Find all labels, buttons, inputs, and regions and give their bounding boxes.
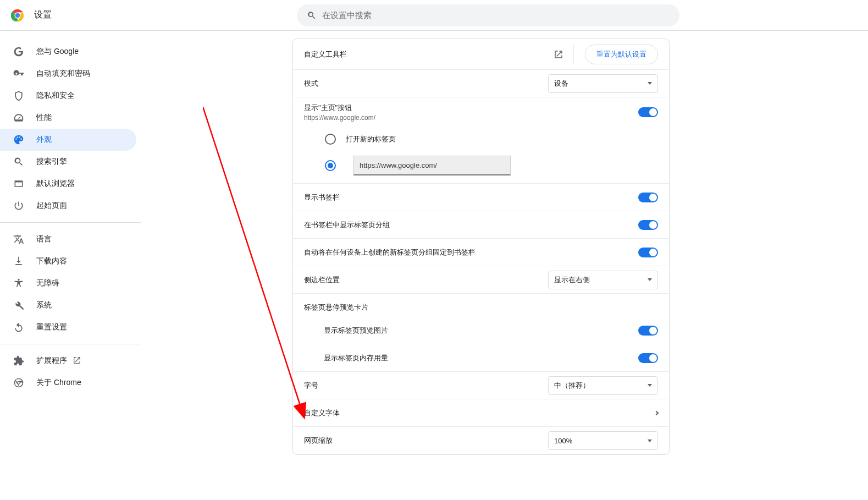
row-label: 模式: [304, 79, 318, 89]
sidebar-item-label: 系统: [36, 300, 52, 310]
dropdown-value: 设备: [554, 79, 568, 89]
extension-icon: [13, 355, 24, 366]
sidebar-item-on-startup[interactable]: 起始页面: [0, 195, 136, 217]
search-bar[interactable]: [297, 4, 679, 26]
sidebar-divider: [0, 222, 141, 223]
row-auto-pin-groups: 自动将在任何设备上创建的新标签页分组固定到书签栏: [293, 239, 669, 266]
sidebar-item-default-browser[interactable]: 默认浏览器: [0, 173, 136, 195]
auto-pin-toggle[interactable]: [638, 248, 658, 257]
reset-button[interactable]: 重置为默认设置: [585, 45, 658, 64]
row-hover-preview-image: 显示标签页预览图片: [293, 317, 669, 344]
page-title: 设置: [34, 9, 52, 21]
sidebar-item-privacy[interactable]: 隐私和安全: [0, 85, 136, 107]
sidebar-item-performance[interactable]: 性能: [0, 107, 136, 129]
sidebar-item-search-engine[interactable]: 搜索引擎: [0, 151, 136, 173]
chevron-down-icon: [648, 384, 652, 387]
radio-icon: [325, 160, 336, 171]
row-font-size: 字号 中（推荐）: [293, 372, 669, 399]
row-sublabel: https://www.google.com/: [304, 114, 375, 122]
row-label: 显示书签栏: [304, 193, 340, 202]
row-label: 侧边栏位置: [304, 275, 340, 285]
font-size-dropdown[interactable]: 中（推荐）: [548, 376, 658, 395]
dropdown-value: 100%: [554, 437, 572, 445]
radio-new-tab[interactable]: 打开新的标签页: [293, 126, 669, 152]
row-label: 自定义字体: [304, 408, 340, 418]
radio-label: 打开新的标签页: [346, 134, 396, 144]
open-in-new-icon: [73, 356, 81, 366]
hover-memory-toggle[interactable]: [638, 353, 658, 363]
sidebar-item-label: 默认浏览器: [36, 179, 75, 189]
chevron-right-icon: [654, 410, 659, 415]
sidebar-item-label: 性能: [36, 113, 52, 123]
sidebar-item-label: 无障碍: [36, 278, 59, 288]
sidebar-divider: [0, 344, 141, 344]
row-label: 网页缩放: [304, 436, 333, 446]
open-in-new-icon[interactable]: [544, 45, 574, 64]
row-label: 字号: [304, 381, 318, 391]
shield-icon: [13, 90, 24, 101]
sidebar-item-accessibility[interactable]: 无障碍: [0, 272, 136, 294]
sidebar-item-label: 隐私和安全: [36, 91, 75, 101]
row-label: 自动将在任何设备上创建的新标签页分组固定到书签栏: [304, 248, 476, 257]
sidebar-item-label: 关于 Chrome: [36, 378, 81, 388]
radio-custom-url[interactable]: [293, 152, 669, 184]
sidebar-item-label: 您与 Google: [36, 47, 79, 57]
page-zoom-dropdown[interactable]: 100%: [548, 431, 658, 450]
translate-icon: [13, 234, 24, 245]
svg-point-2: [15, 13, 20, 18]
sidebar-item-extensions[interactable]: 扩展程序: [0, 350, 136, 372]
sidebar-item-label: 外观: [36, 135, 52, 145]
home-button-toggle[interactable]: [638, 107, 658, 117]
dropdown-value: 显示在右侧: [554, 275, 590, 285]
chevron-down-icon: [648, 82, 652, 85]
row-label: 显示"主页"按钮: [304, 103, 375, 113]
row-page-zoom: 网页缩放 100%: [293, 427, 669, 454]
sidebar-item-reset[interactable]: 重置设置: [0, 316, 136, 338]
row-label: 在书签栏中显示标签页分组: [304, 220, 390, 230]
home-url-input[interactable]: [353, 156, 511, 175]
sidebar-item-system[interactable]: 系统: [0, 294, 136, 316]
settings-card: 自定义工具栏 重置为默认设置 模式 设备 显示"主页"按钮 https://ww…: [292, 39, 670, 455]
reset-icon: [13, 322, 24, 333]
sidebar-item-about[interactable]: 关于 Chrome: [0, 372, 136, 394]
sidebar: 您与 Google 自动填充和密码 隐私和安全 性能 外观 搜索引擎 默认浏览器: [0, 31, 143, 500]
sidebar-item-languages[interactable]: 语言: [0, 228, 136, 250]
speedometer-icon: [13, 112, 24, 123]
sidepanel-dropdown[interactable]: 显示在右侧: [548, 271, 658, 289]
row-customize-toolbar[interactable]: 自定义工具栏 重置为默认设置: [293, 39, 669, 70]
chrome-logo-icon: [11, 9, 24, 22]
row-show-tab-groups: 在书签栏中显示标签页分组: [293, 211, 669, 239]
mode-dropdown[interactable]: 设备: [548, 74, 658, 93]
header: 设置: [0, 0, 868, 31]
row-show-bookmarks: 显示书签栏: [293, 184, 669, 211]
sidebar-item-label: 自动填充和密码: [36, 69, 90, 79]
browser-icon: [13, 178, 24, 189]
row-mode: 模式 设备: [293, 70, 669, 97]
row-customize-fonts[interactable]: 自定义字体: [293, 399, 669, 427]
row-label: 显示标签页预览图片: [324, 326, 388, 336]
sidebar-item-label: 下载内容: [36, 256, 67, 266]
key-icon: [13, 68, 24, 79]
search-input[interactable]: [322, 10, 670, 20]
sidebar-item-downloads[interactable]: 下载内容: [0, 250, 136, 272]
radio-icon: [325, 134, 336, 145]
row-hover-memory: 显示标签页内存用量: [293, 344, 669, 372]
sidebar-item-label: 重置设置: [36, 322, 67, 332]
google-g-icon: [13, 46, 24, 57]
sidebar-item-autofill[interactable]: 自动填充和密码: [0, 63, 136, 85]
hover-preview-toggle[interactable]: [638, 326, 658, 336]
palette-icon: [13, 134, 24, 145]
power-icon: [13, 200, 24, 211]
wrench-icon: [13, 300, 24, 311]
sidebar-item-appearance[interactable]: 外观: [0, 129, 136, 151]
sidebar-item-you-and-google[interactable]: 您与 Google: [0, 41, 136, 63]
section-heading-hover-cards: 标签页悬停预览卡片: [293, 294, 669, 317]
chrome-outline-icon: [13, 377, 24, 388]
show-bookmarks-toggle[interactable]: [638, 193, 658, 202]
dropdown-value: 中（推荐）: [554, 381, 590, 391]
show-tab-groups-toggle[interactable]: [638, 220, 658, 230]
row-home-button: 显示"主页"按钮 https://www.google.com/: [293, 97, 669, 126]
chevron-down-icon: [648, 278, 652, 281]
sidebar-item-label: 搜索引擎: [36, 157, 67, 167]
chevron-down-icon: [648, 439, 652, 442]
